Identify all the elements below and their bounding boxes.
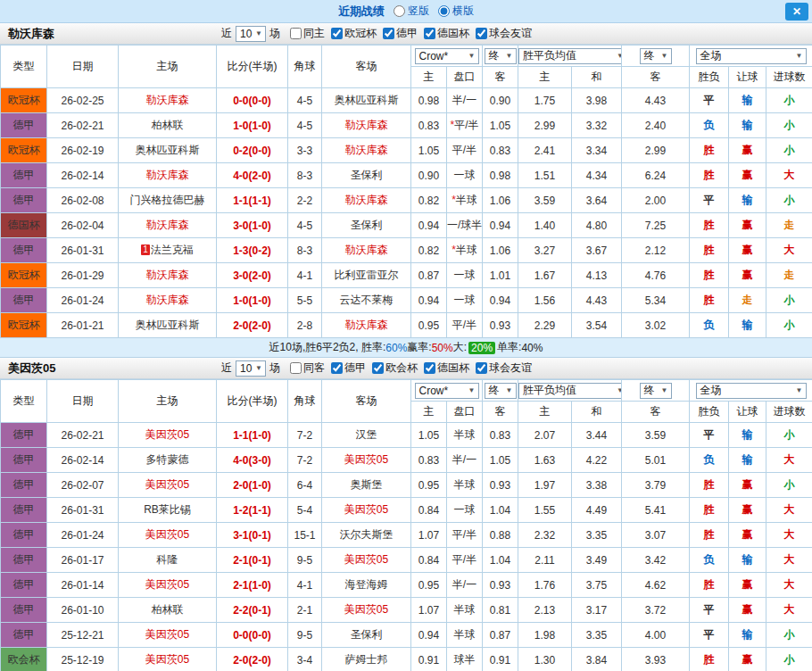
odds-home: 1.07 <box>411 523 447 548</box>
topbar: 近期战绩 竖版 横版 ✕ <box>0 0 812 23</box>
handicap-line: 平/半 <box>447 138 483 163</box>
league-filter-checkbox[interactable]: 欧会杯 <box>372 360 418 376</box>
checkbox[interactable] <box>424 28 435 39</box>
match-date: 26-02-04 <box>47 213 119 238</box>
checkbox[interactable] <box>424 362 435 374</box>
match-row: 德甲26-01-24美因茨053-1(0-1)15-1沃尔夫斯堡1.07平/半0… <box>1 523 812 548</box>
result-wdl: 胜 <box>690 473 729 498</box>
avg-odds-select[interactable]: 胜平负均值 ▼ <box>518 383 622 399</box>
filter-bar: 近 10 ▼ 场 同主欧冠杯德甲德国杯球会友谊 <box>221 26 532 42</box>
league-filter-checkbox[interactable]: 德国杯 <box>424 26 469 41</box>
result-wdl: 胜 <box>690 163 729 188</box>
final-avg-select[interactable]: 终 ▼ <box>640 48 672 64</box>
scope-select[interactable]: 全场 ▼ <box>696 383 807 399</box>
league-filter-checkbox[interactable]: 球会友谊 <box>476 26 532 41</box>
checkbox[interactable] <box>383 28 394 39</box>
odds-away: 0.91 <box>483 648 518 671</box>
team-section: 美因茨05 近 10 ▼ 场 同客德甲欧会杯德国杯球会友谊 类型 <box>0 358 812 671</box>
match-date: 26-01-24 <box>47 523 119 548</box>
final-odds-select[interactable]: 终 ▼ <box>485 383 517 399</box>
league-filter-checkbox[interactable]: 德国杯 <box>424 360 469 376</box>
match-date: 26-01-10 <box>47 598 119 623</box>
scope-value: 全场 <box>700 383 722 398</box>
handicap-line: 半球 <box>447 423 483 448</box>
avg-home-odds: 1.76 <box>518 573 572 598</box>
odds-away: 0.81 <box>483 598 518 623</box>
avg-home-odds: 3.27 <box>518 238 572 263</box>
result-wdl: 胜 <box>690 263 729 288</box>
avg-draw-odds: 4.49 <box>572 498 622 523</box>
league-filter-checkbox[interactable]: 同主 <box>290 26 325 41</box>
col-away: 客场 <box>322 46 411 88</box>
checkbox[interactable] <box>290 362 302 374</box>
avg-away-odds: 3.07 <box>622 523 690 548</box>
checkbox-label: 德国杯 <box>437 360 469 376</box>
result-wdl: 胜 <box>690 523 729 548</box>
league-type-badge: 欧冠杯 <box>1 263 47 288</box>
match-score: 1-0(1-0) <box>217 288 288 313</box>
match-score: 1-0(1-0) <box>217 113 288 138</box>
match-count-select[interactable]: 10 ▼ <box>236 360 266 377</box>
checkbox[interactable] <box>290 28 302 39</box>
final-odds-cell: 终 ▼ <box>483 380 518 402</box>
odds-home: 0.91 <box>411 648 447 671</box>
layout-option-horizontal[interactable]: 横版 <box>438 4 474 19</box>
close-button[interactable]: ✕ <box>785 3 808 21</box>
layout-option-vertical[interactable]: 竖版 <box>394 4 429 19</box>
red-card-badge: 1 <box>141 244 150 255</box>
result-goals: 大 <box>766 498 812 523</box>
avg-draw-odds: 3.49 <box>572 548 622 573</box>
col-odds-away: 客 <box>483 67 518 88</box>
summary-text: 单率: <box>497 340 521 355</box>
checkbox-label: 球会友谊 <box>489 360 532 376</box>
match-score: 1-3(0-2) <box>217 238 288 263</box>
checkbox[interactable] <box>331 28 343 39</box>
away-team: 沃尔夫斯堡 <box>322 523 411 548</box>
col-corner: 角球 <box>288 46 322 88</box>
avg-odds-value: 胜平负均值 <box>523 48 576 63</box>
corner-score: 8-3 <box>288 238 322 263</box>
league-filter-checkbox[interactable]: 欧冠杯 <box>331 26 377 41</box>
avg-away-odds: 3.42 <box>622 548 690 573</box>
odds-home: 0.82 <box>411 188 447 213</box>
final-odds-select[interactable]: 终 ▼ <box>485 48 517 64</box>
scope-select[interactable]: 全场 ▼ <box>696 48 807 64</box>
horizontal-layout-radio[interactable] <box>438 5 450 17</box>
odds-company-select[interactable]: Crow* ▼ <box>415 48 479 64</box>
result-handicap: 输 <box>729 623 766 648</box>
league-filter-checkbox[interactable]: 球会友谊 <box>476 360 532 376</box>
home-team: 美因茨05 <box>119 523 217 548</box>
result-handicap: 赢 <box>729 263 766 288</box>
avg-away-odds: 3.59 <box>622 423 690 448</box>
checkbox[interactable] <box>476 362 487 374</box>
avg-odds-select[interactable]: 胜平负均值 ▼ <box>518 48 622 64</box>
vertical-layout-radio[interactable] <box>394 5 405 17</box>
league-filter-checkbox[interactable]: 德甲 <box>331 360 366 376</box>
match-score: 2-1(1-0) <box>217 573 288 598</box>
checkbox[interactable] <box>372 362 384 374</box>
league-filter-group: 同客德甲欧会杯德国杯球会友谊 <box>284 360 532 377</box>
result-handicap: 输 <box>729 423 766 448</box>
checkbox[interactable] <box>331 362 343 374</box>
team-name: 勒沃库森 <box>0 26 62 42</box>
odds-company-select[interactable]: Crow* ▼ <box>415 383 479 399</box>
match-score: 2-0(2-0) <box>217 648 288 671</box>
avg-odds-value: 胜平负均值 <box>523 383 576 398</box>
handicap-line: 一球 <box>447 163 483 188</box>
col-avg-home: 主 <box>518 67 572 88</box>
odds-home: 0.82 <box>411 238 447 263</box>
avg-home-odds: 1.98 <box>518 623 572 648</box>
col-odds-home: 主 <box>411 67 447 88</box>
avg-home-odds: 1.97 <box>518 473 572 498</box>
league-type-badge: 德甲 <box>1 448 47 473</box>
avg-home-odds: 1.40 <box>518 213 572 238</box>
league-type-badge: 欧冠杯 <box>1 138 47 163</box>
match-date: 26-01-31 <box>47 238 119 263</box>
corner-score: 3-3 <box>288 138 322 163</box>
league-filter-checkbox[interactable]: 德甲 <box>383 26 418 41</box>
avg-home-odds: 2.07 <box>518 423 572 448</box>
checkbox[interactable] <box>476 28 487 39</box>
match-count-select[interactable]: 10 ▼ <box>236 26 266 42</box>
league-filter-checkbox[interactable]: 同客 <box>290 360 325 376</box>
final-avg-select[interactable]: 终 ▼ <box>640 383 672 399</box>
